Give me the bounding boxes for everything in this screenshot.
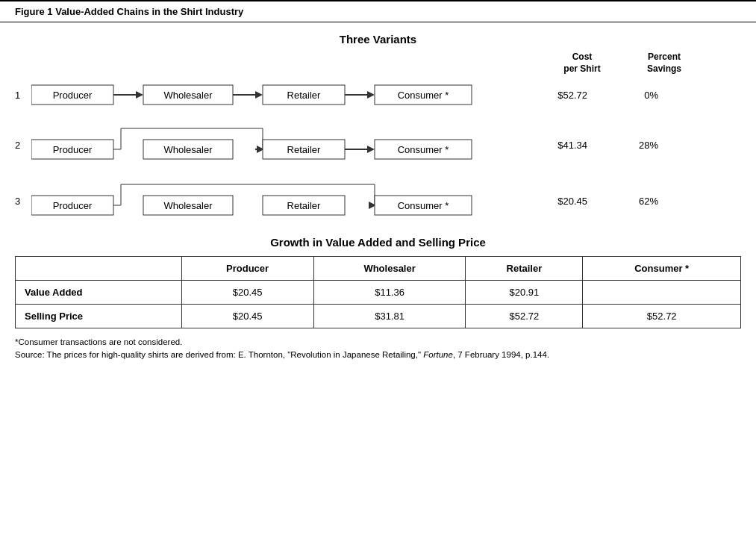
svg-text:Retailer: Retailer <box>287 144 321 155</box>
td-va-retailer: $20.91 <box>466 281 583 305</box>
svg-text:Consumer *: Consumer * <box>398 200 449 211</box>
footnote-line1: *Consumer transactions are not considere… <box>15 336 741 349</box>
figure-header: Figure 1 Value-Added Chains in the Shirt… <box>0 0 756 22</box>
td-label-selling-price: Selling Price <box>16 305 182 328</box>
svg-marker-27 <box>367 146 375 153</box>
row-num-1: 1 <box>15 90 31 101</box>
row-num-2: 2 <box>15 140 31 151</box>
svg-text:Wholesaler: Wholesaler <box>163 144 213 155</box>
table-section: Growth in Value Added and Selling Price … <box>15 236 741 328</box>
chain-svg-3: Producer Wholesaler Retailer <box>31 177 524 225</box>
row-3-cost: $20.45 <box>531 196 591 207</box>
row-2-data: $41.34 28% <box>531 140 658 151</box>
chain-row-2: 2 Producer Wholesaler <box>15 121 741 169</box>
table-row-selling-price: Selling Price $20.45 $31.81 $52.72 $52.7… <box>16 305 741 328</box>
figure-title: Figure 1 Value-Added Chains in the Shirt… <box>15 6 243 17</box>
row-3-pct: 62% <box>613 196 658 207</box>
table-title: Growth in Value Added and Selling Price <box>15 236 741 249</box>
svg-text:Consumer *: Consumer * <box>398 90 449 101</box>
figure-content: Three Variants Cost per Shirt Percent Sa… <box>0 22 756 370</box>
diagram-title: Three Variants <box>15 33 741 46</box>
svg-text:Wholesaler: Wholesaler <box>163 90 213 101</box>
td-sp-retailer: $52.72 <box>466 305 583 328</box>
td-va-producer: $20.45 <box>181 281 313 305</box>
footnotes: *Consumer transactions are not considere… <box>15 336 741 362</box>
table-header-row: Producer Wholesaler Retailer Consumer * <box>16 257 741 281</box>
col-header-cost: Cost per Shirt <box>552 52 612 75</box>
td-sp-wholesaler: $31.81 <box>313 305 466 328</box>
td-va-consumer <box>583 281 741 305</box>
th-wholesaler: Wholesaler <box>313 257 466 281</box>
col-header-pct: Percent Savings <box>634 52 694 75</box>
chain-row-3: 3 Producer Wholesaler <box>15 177 741 225</box>
row-1-cost: $52.72 <box>531 90 591 101</box>
svg-text:Wholesaler: Wholesaler <box>163 200 213 211</box>
chain-svg-1: Producer Wholesaler Retailer <box>31 76 524 113</box>
row-num-3: 3 <box>15 196 31 207</box>
th-empty <box>16 257 182 281</box>
chain-svg-2: Producer Wholesaler Retailer <box>31 121 524 169</box>
td-sp-consumer: $52.72 <box>583 305 741 328</box>
td-label-value-added: Value Added <box>16 281 182 305</box>
svg-text:Producer: Producer <box>53 200 93 211</box>
row-1-data: $52.72 0% <box>531 90 658 101</box>
svg-text:Retailer: Retailer <box>287 200 321 211</box>
row-2-cost: $41.34 <box>531 140 591 151</box>
svg-marker-11 <box>367 91 375 99</box>
row-2-pct: 28% <box>613 140 658 151</box>
table-row-value-added: Value Added $20.45 $11.36 $20.91 <box>16 281 741 305</box>
footnote-line2: Source: The prices for high-quality shir… <box>15 349 741 361</box>
row-3-data: $20.45 62% <box>531 196 658 207</box>
th-consumer: Consumer * <box>583 257 741 281</box>
svg-text:Retailer: Retailer <box>287 90 321 101</box>
th-producer: Producer <box>181 257 313 281</box>
svg-text:Producer: Producer <box>53 90 93 101</box>
svg-text:Consumer *: Consumer * <box>398 144 449 155</box>
td-sp-producer: $20.45 <box>181 305 313 328</box>
svg-text:Producer: Producer <box>53 144 93 155</box>
td-va-wholesaler: $11.36 <box>313 281 466 305</box>
row-1-pct: 0% <box>613 90 658 101</box>
th-retailer: Retailer <box>466 257 583 281</box>
svg-marker-3 <box>136 91 143 99</box>
data-table: Producer Wholesaler Retailer Consumer * … <box>15 256 741 328</box>
svg-marker-7 <box>255 91 263 99</box>
chain-row-1: 1 Producer Wholesaler <box>15 76 741 113</box>
page: Figure 1 Value-Added Chains in the Shirt… <box>0 0 756 533</box>
